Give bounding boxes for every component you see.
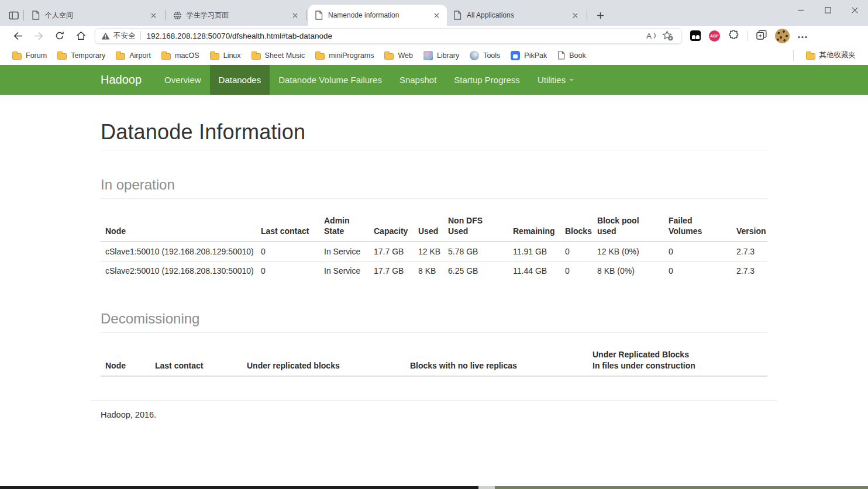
bookmark-label: 其他收藏夹 [819, 50, 856, 60]
extension-puzzle-button[interactable] [728, 29, 739, 43]
tab-separator [165, 10, 166, 20]
browser-toolbar: 不安全 192.168.208.128:50070/dfshealth.html… [0, 26, 868, 46]
browser-tab-strip: 个人空间 学生学习页面 Namenode information All App… [0, 0, 868, 26]
read-aloud-icon: A [645, 31, 657, 40]
bookmark-miniprograms[interactable]: miniPrograms [310, 49, 379, 62]
folder-icon [210, 53, 219, 60]
nav-item-label[interactable]: Startup Progress [445, 65, 529, 95]
add-favorite-button[interactable] [659, 29, 676, 43]
globe-icon [173, 11, 182, 20]
bookmark-linux[interactable]: Linux [205, 49, 246, 62]
app-icon [511, 51, 520, 60]
bookmark-sheet-music[interactable]: Sheet Music [246, 49, 311, 62]
folder-icon [12, 53, 22, 60]
tab-close-icon[interactable] [570, 11, 580, 20]
in-operation-cell: 0 [560, 261, 593, 281]
adblock-plus-extension-icon[interactable]: ABP [709, 30, 720, 42]
extensions-area: ABP [690, 29, 807, 43]
bookmark-label: PikPak [524, 51, 547, 60]
bookmark-book[interactable]: Book [552, 49, 591, 62]
decommissioning-heading: Decomissioning [101, 311, 767, 327]
bookmark-label: Airport [129, 51, 151, 60]
profile-avatar[interactable] [775, 29, 790, 43]
in-operation-row: cSlave1:50010 (192.168.208.129:50010)0In… [101, 242, 767, 261]
in-operation-row: cSlave2:50010 (192.168.208.130:50010)0In… [101, 261, 767, 281]
new-tab-button[interactable] [592, 7, 608, 23]
decommissioning-header-cell: Node [101, 345, 150, 376]
read-aloud-button[interactable]: A [643, 29, 659, 43]
ellipsis-icon [798, 36, 807, 39]
folder-icon [315, 53, 325, 60]
nav-item-startup-progress[interactable]: Startup Progress [445, 65, 529, 95]
nav-item-label[interactable]: Datanode Volume Failures [270, 65, 391, 95]
nav-item-datanodes[interactable]: Datanodes [210, 65, 270, 95]
tab-close-icon[interactable] [432, 11, 441, 20]
url-divider [140, 31, 141, 40]
nav-item-snapshot[interactable]: Snapshot [391, 65, 445, 95]
nav-item-overview[interactable]: Overview [156, 65, 210, 95]
bookmark-forum[interactable]: Forum [7, 49, 52, 62]
back-button[interactable] [7, 27, 28, 44]
home-button[interactable] [70, 27, 91, 44]
in-operation-header-cell: Admin State [319, 211, 369, 242]
not-secure-warning-icon [101, 32, 110, 40]
browser-tab-namenode-information[interactable]: Namenode information [308, 5, 447, 26]
minimize-icon [798, 7, 804, 13]
in-operation-header-cell: Non DFS Used [443, 211, 508, 242]
plus-icon [597, 12, 604, 19]
browser-tab-personal-space[interactable]: 个人空间 [25, 5, 164, 26]
bookmark-library[interactable]: Library [418, 49, 464, 63]
bookmark-label: Tools [483, 51, 500, 60]
reload-icon [55, 31, 64, 40]
svg-text:A: A [646, 32, 652, 40]
folder-icon [806, 53, 815, 60]
decommissioning-header: Decomissioning [101, 311, 767, 333]
bookmark-pikpak[interactable]: PikPak [505, 49, 552, 63]
page-icon [557, 51, 565, 60]
close-window-button[interactable] [841, 0, 868, 20]
in-operation-cell: 11.44 GB [508, 261, 560, 281]
minimize-button[interactable] [787, 0, 814, 20]
in-operation-cell: 0 [664, 261, 732, 281]
bookmarks-list: ForumTemporaryAirportmacOSLinuxSheet Mus… [7, 49, 591, 63]
bookmark-airport[interactable]: Airport [111, 49, 156, 62]
tab-close-icon[interactable] [290, 11, 299, 20]
collections-icon [756, 30, 767, 40]
browser-tab-student-page[interactable]: 学生学习页面 [167, 5, 305, 26]
bookmark-macos[interactable]: macOS [156, 49, 205, 62]
dark-reader-extension-icon[interactable] [690, 30, 701, 41]
collections-button[interactable] [756, 30, 767, 42]
url-text[interactable]: 192.168.208.128:50070/dfshealth.html#tab… [147, 32, 643, 40]
browser-tab-all-applications[interactable]: All Applications [447, 5, 585, 26]
forward-button[interactable] [28, 27, 49, 44]
tab-close-icon[interactable] [149, 11, 158, 20]
settings-menu-button[interactable] [798, 30, 807, 41]
other-favorites-folder[interactable]: 其他收藏夹 [801, 48, 862, 63]
nav-item-label[interactable]: Overview [156, 65, 210, 95]
page-footer: Hadoop, 2016. [101, 401, 767, 419]
in-operation-cell: 8 KB (0%) [593, 261, 664, 281]
nav-item-label[interactable]: Utilities [529, 65, 583, 95]
bookmark-tools[interactable]: Tools [464, 49, 505, 63]
address-bar[interactable]: 不安全 192.168.208.128:50070/dfshealth.html… [95, 28, 682, 44]
reload-button[interactable] [49, 27, 70, 44]
tab-separator [23, 10, 24, 20]
hadoop-brand[interactable]: Hadoop [101, 65, 156, 95]
nav-item-label[interactable]: Datanodes [210, 65, 270, 95]
tab-title: All Applications [467, 11, 570, 19]
in-operation-cell: cSlave1:50010 (192.168.208.129:50010) [101, 242, 256, 261]
avatar-image-icon [423, 51, 433, 60]
bookmarks-divider [793, 50, 794, 61]
bookmark-temporary[interactable]: Temporary [52, 49, 111, 62]
security-label[interactable]: 不安全 [113, 31, 136, 41]
nav-item-utilities[interactable]: Utilities [529, 65, 583, 95]
maximize-button[interactable] [814, 0, 841, 20]
tab-actions-menu-button[interactable] [5, 5, 22, 26]
in-operation-cell: 2.7.3 [732, 242, 767, 261]
page-icon [31, 11, 40, 20]
nav-item-label[interactable]: Snapshot [391, 65, 445, 95]
bottom-strip-dark [0, 486, 478, 489]
bookmark-web[interactable]: Web [379, 49, 418, 62]
folder-icon [384, 53, 394, 60]
nav-item-datanode-volume-failures[interactable]: Datanode Volume Failures [270, 65, 391, 95]
